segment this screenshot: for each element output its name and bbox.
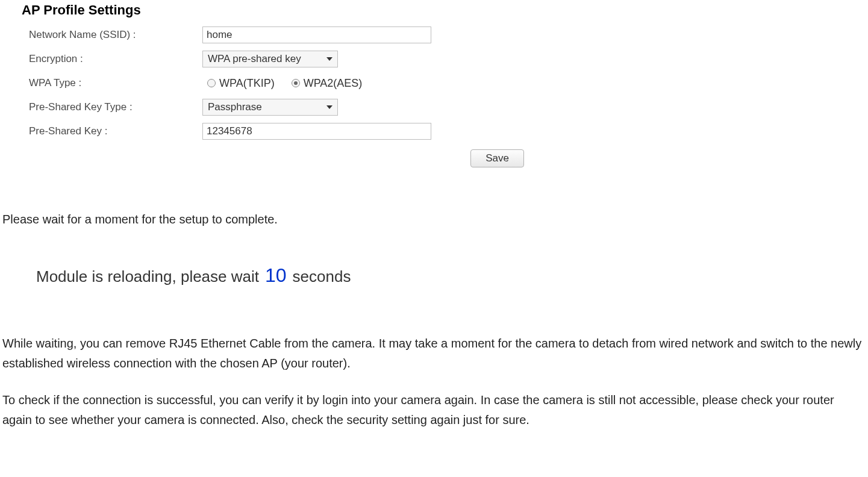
instructions-block: Please wait for a moment for the setup t…	[0, 210, 868, 430]
panel-title: AP Profile Settings	[22, 0, 846, 23]
psk-label: Pre-Shared Key :	[29, 125, 202, 137]
encryption-label: Encryption :	[29, 53, 202, 65]
wait-text: Please wait for a moment for the setup t…	[2, 210, 866, 229]
wpa-tkip-radio-label: WPA(TKIP)	[219, 77, 275, 90]
psk-type-select-value: Passphrase	[208, 101, 262, 113]
row-psk-type: Pre-Shared Key Type : Passphrase	[22, 95, 846, 119]
reload-prefix: Module is reloading, please wait	[36, 264, 259, 290]
row-psk: Pre-Shared Key :	[22, 119, 846, 143]
chevron-down-icon	[326, 57, 333, 61]
psk-type-label: Pre-Shared Key Type :	[29, 101, 202, 113]
instruction-para-3: To check if the connection is successful…	[2, 390, 866, 430]
row-encryption: Encryption : WPA pre-shared key	[22, 47, 846, 71]
radio-checked-icon	[292, 79, 300, 87]
row-wpa-type: WPA Type : WPA(TKIP) WPA2(AES)	[22, 71, 846, 95]
ap-profile-settings-panel: AP Profile Settings Network Name (SSID) …	[0, 0, 868, 143]
chevron-down-icon	[326, 105, 333, 109]
radio-icon	[207, 79, 216, 87]
save-button[interactable]: Save	[470, 149, 524, 167]
psk-input[interactable]	[202, 123, 431, 140]
wpa2-aes-radio-label: WPA2(AES)	[304, 77, 363, 90]
reload-message: Module is reloading, please wait 10 seco…	[36, 260, 866, 292]
wpa2-aes-radio[interactable]: WPA2(AES)	[292, 77, 363, 90]
row-ssid: Network Name (SSID) :	[22, 23, 846, 47]
save-row: Save	[0, 143, 524, 167]
encryption-select[interactable]: WPA pre-shared key	[202, 51, 338, 67]
reload-countdown: 10	[265, 260, 287, 292]
ssid-label: Network Name (SSID) :	[29, 29, 202, 41]
wpa-type-radio-group: WPA(TKIP) WPA2(AES)	[202, 77, 362, 90]
encryption-select-value: WPA pre-shared key	[208, 53, 301, 65]
instruction-para-2: While waiting, you can remove RJ45 Ether…	[2, 334, 866, 373]
reload-suffix: seconds	[293, 264, 351, 290]
ssid-input[interactable]	[202, 26, 431, 43]
psk-type-select[interactable]: Passphrase	[202, 99, 338, 116]
wpa-tkip-radio[interactable]: WPA(TKIP)	[207, 77, 275, 90]
wpa-type-label: WPA Type :	[29, 77, 202, 89]
